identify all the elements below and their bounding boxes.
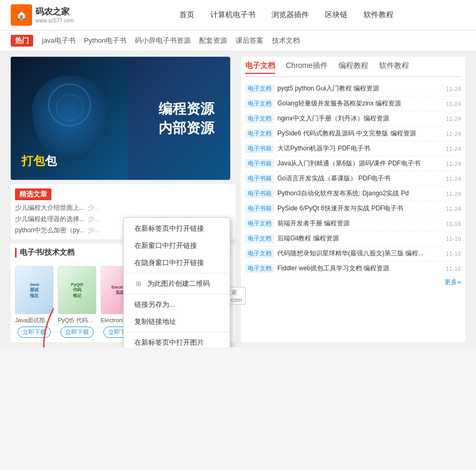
ctx-open-image-tab[interactable]: 在新标签页中打开图片 xyxy=(124,334,230,347)
tab-chrome[interactable]: Chrome插件 xyxy=(286,61,328,74)
item-badge-3: 电子文档 xyxy=(245,129,274,138)
item-title-12[interactable]: Fiddler web抓包工具学习文档 编程资源 xyxy=(277,264,443,273)
featured-item-0[interactable]: 少儿编程大介绍世面上... 少... xyxy=(15,203,231,213)
item-title-4[interactable]: 大话Python机器学习 PDF电子书 xyxy=(277,144,443,153)
featured-item-0-extra: 少... xyxy=(88,203,100,213)
item-title-11[interactable]: 代码随想录知识星球精华(最强八股文)第三版 编程... xyxy=(277,249,443,258)
nav-home[interactable]: 首页 xyxy=(179,10,194,20)
featured-title: 精选文章 xyxy=(15,188,51,200)
featured-item-1-text: 少儿编程处理器的选择... xyxy=(15,215,85,224)
right-list-item-2: 电子文档 nginx中文入门手册（刘丹冰）编程资源 11-24 xyxy=(245,111,461,126)
item-badge-0: 电子文档 xyxy=(245,84,274,93)
book-name-1: PyQt5 代码笔记+... xyxy=(58,316,96,324)
right-list-item-5: 电子书籍 Java从入门到精通（第6版）源码/课件 PDF电子书 11-24 xyxy=(245,156,461,171)
right-tabs: 电子文档 Chrome插件 编程教程 软件教程 xyxy=(245,61,461,77)
item-title-0[interactable]: pyqt5 python Gui入门教程 编程资源 xyxy=(277,84,443,93)
books-section-title: 电子书/技术文档 xyxy=(15,248,74,257)
tab-programming[interactable]: 编程教程 xyxy=(338,61,368,74)
ctx-qrcode[interactable]: ⊞ 为此图片创建二维码 xyxy=(124,275,230,292)
ctx-open-new-window[interactable]: 在新窗口中打开链接 xyxy=(124,237,230,254)
tag-bar: 热门 java电子书 Python电子书 码小辞电子书资源 配套资源 课后答案 … xyxy=(0,31,476,51)
item-date-0: 11-24 xyxy=(446,86,461,92)
ctx-copy-link[interactable]: 复制链接地址 xyxy=(124,313,230,330)
item-badge-7: 电子书籍 xyxy=(245,189,274,198)
tab-edoc[interactable]: 电子文档 xyxy=(245,61,275,74)
banner: ‹ 编程资源 内部资源 打包包 xyxy=(11,57,230,180)
item-date-2: 11-24 xyxy=(446,116,461,122)
right-list-item-7: 电子书籍 Python3自动化软件发布系统: Django2实战 Pd 11-2… xyxy=(245,186,461,201)
nav-blockchain[interactable]: 区块链 xyxy=(325,10,347,20)
item-badge-10: 电子文档 xyxy=(245,234,274,243)
download-btn-0[interactable]: 立即下载 xyxy=(18,327,51,338)
item-date-3: 11-24 xyxy=(446,131,461,137)
right-list-item-3: 电子文档 PySide6 代码式教程及源码 中文完整版 编程资源 11-24 xyxy=(245,126,461,141)
right-list-item-6: 电子书籍 Go语言开发实战（慕课版） PDF电子书 11-24 xyxy=(245,171,461,186)
item-title-1[interactable]: Golang轻量级并发服务器框架zinx 编程资源 xyxy=(277,99,443,108)
ctx-open-new-tab[interactable]: 在新标签页中打开链接 xyxy=(124,220,230,237)
book-name-0: Java面试指北 编程... xyxy=(15,316,54,324)
item-badge-5: 电子书籍 xyxy=(245,159,274,168)
item-badge-1: 电子文档 xyxy=(245,99,274,108)
item-date-10: 11-16 xyxy=(446,236,461,242)
tab-software[interactable]: 软件教程 xyxy=(379,61,409,74)
right-list-item-4: 电子书籍 大话Python机器学习 PDF电子书 11-24 xyxy=(245,141,461,156)
ctx-qrcode-label: 为此图片创建二维码 xyxy=(147,279,210,289)
item-badge-4: 电子书籍 xyxy=(245,144,274,153)
item-date-12: 11-16 xyxy=(446,266,461,272)
ctx-open-incognito[interactable]: 在隐身窗口中打开链接 xyxy=(124,254,230,271)
item-title-2[interactable]: nginx中文入门手册（刘丹冰）编程资源 xyxy=(277,114,443,123)
header: 🏠 码农之家 www.xz577.com 首页 计算机电子书 浏览器插件 区块链… xyxy=(0,0,476,31)
nav-ebooks[interactable]: 计算机电子书 xyxy=(210,10,255,20)
book-item-1: PyQt5代码笔记 PyQt5 代码笔记+... 立即下载 xyxy=(58,266,96,338)
tag-peitao[interactable]: 配套资源 xyxy=(199,36,227,46)
item-date-6: 11-24 xyxy=(446,176,461,182)
nav-browser-plugins[interactable]: 浏览器插件 xyxy=(271,10,309,20)
tag-maziaocidian[interactable]: 码小辞电子书资源 xyxy=(135,36,191,46)
nav-tutorials[interactable]: 软件教程 xyxy=(364,10,394,20)
tag-techDocs[interactable]: 技术文档 xyxy=(272,36,300,46)
right-list-item-0: 电子文档 pyqt5 python Gui入门教程 编程资源 11-24 xyxy=(245,81,461,96)
item-date-4: 11-24 xyxy=(446,146,461,152)
right-more-link[interactable]: 更多» xyxy=(245,278,461,287)
download-btn-1[interactable]: 立即下载 xyxy=(61,327,94,338)
book-cover-0: Java面试指北 xyxy=(15,266,54,314)
ctx-save-link[interactable]: 链接另存为... xyxy=(124,296,230,313)
right-column: 电子文档 Chrome插件 编程教程 软件教程 电子文档 pyqt5 pytho… xyxy=(241,57,465,342)
item-title-7[interactable]: Python3自动化软件发布系统: Django2实战 Pd xyxy=(277,189,443,198)
tag-kecourse[interactable]: 课后答案 xyxy=(236,36,263,46)
item-date-1: 11-24 xyxy=(446,101,461,107)
qrcode-icon: ⊞ xyxy=(134,279,143,288)
featured-item-1-extra: 少... xyxy=(88,215,100,224)
right-list-item-9: 电子文档 前端开发者手册 编程资源 11-16 xyxy=(245,216,461,231)
item-badge-9: 电子文档 xyxy=(245,219,274,228)
banner-line1: 编程资源 xyxy=(158,99,214,118)
logo-area: 🏠 码农之家 www.xz577.com xyxy=(11,4,86,26)
item-badge-2: 电子文档 xyxy=(245,114,274,123)
item-date-5: 11-24 xyxy=(446,161,461,167)
item-badge-11: 电子文档 xyxy=(245,249,274,258)
banner-bottom-text: 打包包 xyxy=(21,153,57,169)
item-date-7: 11-24 xyxy=(446,191,461,197)
tag-hot[interactable]: 热门 xyxy=(11,35,33,47)
tag-java[interactable]: java电子书 xyxy=(42,36,75,46)
right-list: 电子文档 pyqt5 python Gui入门教程 编程资源 11-24 电子文… xyxy=(245,81,461,276)
item-badge-8: 电子书籍 xyxy=(245,204,274,213)
item-title-9[interactable]: 前端开发者手册 编程资源 xyxy=(277,219,443,228)
main-content: ‹ 编程资源 内部资源 打包包 精选文章 少儿编程大介绍世面上. xyxy=(0,51,476,347)
item-date-9: 11-16 xyxy=(446,221,461,227)
item-date-11: 11-16 xyxy=(446,251,461,257)
logo-icon: 🏠 xyxy=(11,4,32,26)
item-title-8[interactable]: PySide 6/PyQt 6快速开发与实战 PDF电子书 xyxy=(277,204,443,213)
item-title-5[interactable]: Java从入门到精通（第6版）源码/课件 PDF电子书 xyxy=(277,159,443,168)
item-title-3[interactable]: PySide6 代码式教程及源码 中文完整版 编程资源 xyxy=(277,129,443,138)
item-date-8: 11-24 xyxy=(446,206,461,212)
item-title-10[interactable]: 后端Git教程 编程资源 xyxy=(277,234,443,243)
ctx-divider-2 xyxy=(124,294,230,294)
featured-item-0-text: 少儿编程大介绍世面上... xyxy=(15,203,85,213)
item-title-6[interactable]: Go语言开发实战（慕课版） PDF电子书 xyxy=(277,174,443,183)
ctx-divider-1 xyxy=(124,273,230,274)
tag-python[interactable]: Python电子书 xyxy=(84,36,126,46)
banner-line2: 内部资源 xyxy=(158,118,214,138)
book-item-0: Java面试指北 Java面试指北 编程... 立即下载 xyxy=(15,266,54,338)
book-cover-1: PyQt5代码笔记 xyxy=(58,266,96,314)
